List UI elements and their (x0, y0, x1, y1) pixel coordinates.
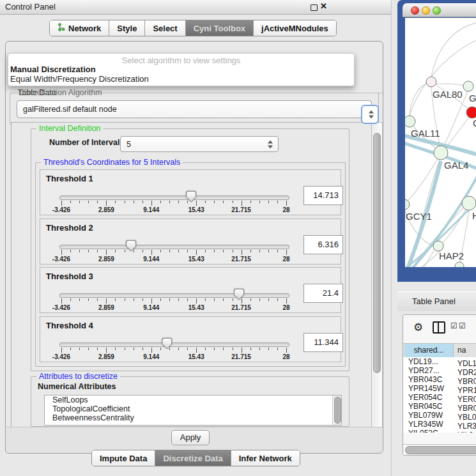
tab-discretize-data[interactable]: Discretize Data (155, 450, 231, 466)
network-node[interactable] (405, 199, 410, 210)
table-horizontal-scrollbar[interactable] (403, 444, 476, 456)
list-scrollbar[interactable] (332, 395, 341, 425)
popup-option-equal-width[interactable]: Equal Width/Frequency Discretization (10, 74, 149, 84)
panel-scrollbar-thumb[interactable] (373, 133, 381, 373)
list-item[interactable]: TopologicalCoefficient (45, 404, 341, 413)
float-window-icon[interactable] (311, 4, 318, 11)
tick-mark (142, 348, 143, 350)
table-row[interactable]: YBR045CYBR0 (403, 402, 476, 411)
tick-label: 21.715 (231, 304, 251, 311)
slider-thumb[interactable] (186, 191, 196, 202)
cell-shared-name[interactable]: YDR27... (403, 366, 453, 375)
list-item[interactable]: BetweennessCentrality (45, 413, 341, 422)
tick-mark (205, 250, 206, 252)
node-label: C (473, 118, 476, 128)
table-row[interactable]: YBR043CYBR0 (403, 375, 476, 384)
tick-mark (88, 201, 89, 203)
network-node[interactable] (462, 196, 476, 210)
numerical-attributes-list[interactable]: SelfLoopsTopologicalCoefficientBetweenne… (44, 395, 342, 426)
popup-option-manual-discretization[interactable]: Manual Discretization (10, 65, 96, 74)
panel-vertical-scrollbar[interactable] (371, 122, 383, 427)
threshold-value-input[interactable]: 21.4 (303, 284, 343, 303)
tab-label: Discretize Data (163, 454, 222, 463)
tab-infer-network[interactable]: Infer Network (231, 450, 300, 466)
network-node[interactable] (463, 81, 473, 91)
table-scrollbar-thumb[interactable] (405, 446, 476, 454)
table-row[interactable]: YDR27...YDR2 (403, 366, 476, 375)
slider-tick-labels: -3.4262.8599.14415.4321.71528 (61, 304, 286, 311)
cell-shared-name[interactable]: YBL079W (403, 411, 453, 420)
slider-thumb[interactable] (234, 289, 244, 300)
threshold-value-input[interactable]: 14.713 (303, 186, 343, 205)
network-node[interactable] (466, 107, 476, 118)
table-row[interactable]: YPR145WYPR1 (403, 384, 476, 393)
column-header-name[interactable]: na (454, 344, 476, 357)
tick-mark (70, 298, 71, 301)
cell-shared-name[interactable]: YER054C (403, 393, 453, 402)
split-columns-icon[interactable] (433, 321, 445, 334)
tick-mark (187, 298, 188, 301)
zoom-button[interactable] (433, 6, 441, 15)
apply-button[interactable]: Apply (171, 430, 210, 445)
tick-mark (142, 298, 143, 301)
network-node[interactable] (433, 241, 443, 251)
tick-label: 15.43 (188, 353, 204, 360)
slider-track[interactable] (59, 245, 289, 249)
node-label: GAL80 (433, 89, 463, 100)
column-header-shared-name[interactable]: shared... (404, 344, 454, 357)
slider-track[interactable] (59, 293, 289, 298)
algorithm-combo-fragment[interactable] (361, 105, 379, 124)
interval-definition-title: Interval Definition (36, 124, 104, 134)
tick-mark (169, 298, 170, 301)
tab-jactivemnodules[interactable]: jActiveMNodules (254, 20, 336, 36)
algorithm-group-title: Discretization Algorithm (19, 88, 102, 97)
cell-shared-name[interactable]: YBR045C (403, 402, 453, 411)
slider-track[interactable] (59, 196, 289, 200)
table-row[interactable]: YDL19...YDL1 (403, 357, 476, 366)
slider-thumb[interactable] (126, 240, 136, 251)
checkbox-icon[interactable]: ☑ (459, 321, 466, 330)
tick-label: 21.715 (231, 206, 251, 213)
cell-shared-name[interactable]: YLR345W (403, 420, 453, 429)
list-scrollbar-thumb[interactable] (334, 397, 341, 424)
threshold-value-input[interactable]: 6.316 (303, 235, 343, 254)
number-of-intervals-select[interactable]: 5 (120, 136, 279, 152)
network-node[interactable] (455, 262, 464, 267)
tick-mark (125, 201, 125, 203)
gear-icon[interactable]: ⚙ (413, 321, 423, 334)
tick-label: 15.43 (188, 206, 204, 213)
tab-impute-data[interactable]: Impute Data (92, 450, 155, 466)
close-button[interactable] (411, 6, 419, 15)
tab-select[interactable]: Select (145, 20, 185, 36)
table-data-select[interactable]: galFiltered.sif default node (17, 100, 372, 118)
tab-network[interactable]: Network (50, 20, 109, 36)
table-row[interactable]: YER054CYER0 (403, 393, 476, 402)
cell-shared-name[interactable]: YDL19... (403, 357, 453, 366)
cell-shared-name[interactable]: YBR043C (403, 375, 453, 384)
tick-label: -3.426 (52, 304, 70, 311)
network-node[interactable] (434, 146, 448, 160)
cell-shared-name[interactable]: YIL052C (403, 429, 453, 433)
tab-style[interactable]: Style (109, 20, 145, 36)
cell-shared-name[interactable]: YPR145W (403, 384, 453, 393)
tick-mark (134, 298, 134, 301)
threshold-value-input[interactable]: 11.344 (303, 333, 343, 352)
minimize-button[interactable] (422, 6, 430, 15)
network-node[interactable] (426, 77, 436, 87)
list-item[interactable]: SelfLoops (45, 395, 341, 404)
threshold-panel-2: Threshold 2-3.4262.8599.14415.4321.71528… (40, 219, 341, 265)
tab-cyni-toolbox[interactable]: Cyni Toolbox (186, 20, 254, 36)
tick-mark (125, 298, 125, 301)
cell-name[interactable]: YIL0 (453, 431, 473, 433)
network-canvas[interactable]: GAL80GACGAL11GAL4GCY1HHAP2 (405, 18, 476, 267)
slider-track[interactable] (59, 342, 289, 347)
table-row[interactable]: YIL052CYIL0 (403, 429, 476, 433)
table-row[interactable]: YLR345WYLR3 (403, 420, 476, 429)
node-label: GAL4 (444, 160, 468, 171)
checkbox-icon[interactable]: ☑ (450, 321, 457, 330)
table-row[interactable]: YBL079WYBL0 (403, 411, 476, 420)
slider-thumb[interactable] (162, 338, 172, 349)
network-node[interactable] (405, 116, 415, 127)
close-icon[interactable]: ✕ (320, 1, 327, 11)
tick-mark (134, 201, 134, 203)
